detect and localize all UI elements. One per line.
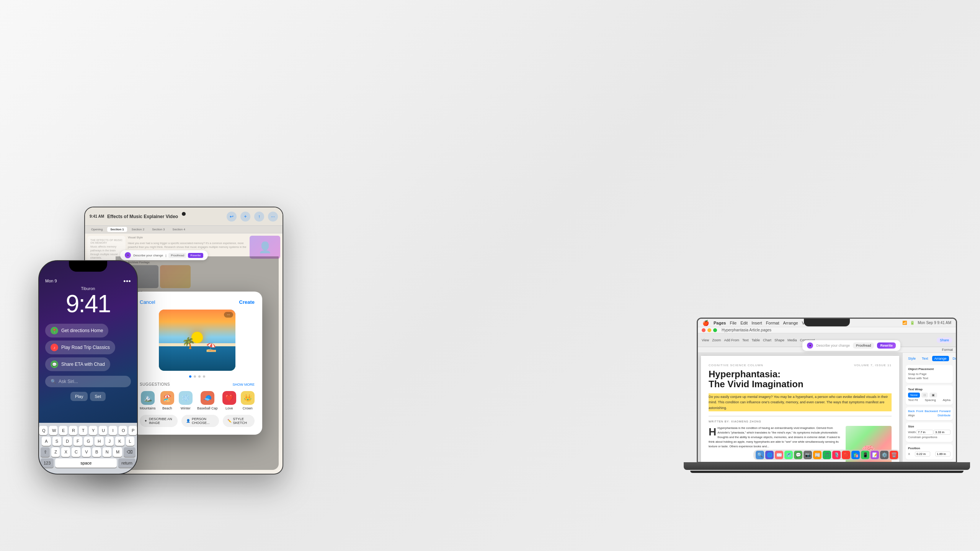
dots-icon[interactable]: ··· bbox=[268, 212, 278, 222]
tab-section1[interactable]: Section 1 bbox=[107, 227, 127, 232]
y-input[interactable] bbox=[935, 452, 951, 456]
toolbar-shape[interactable]: Shape bbox=[774, 338, 784, 342]
tab-section3[interactable]: Section 3 bbox=[149, 227, 168, 232]
key-123[interactable]: 123 bbox=[41, 458, 54, 468]
iphone-keyboard[interactable]: Q W E R T Y U I O P A S D F G H J K L bbox=[39, 423, 137, 474]
dock-safari[interactable]: 🌐 bbox=[765, 451, 774, 459]
key-i[interactable]: I bbox=[109, 426, 117, 435]
suggestion-mountains[interactable]: 🏔️ Mountains bbox=[140, 391, 156, 410]
toolbar-chart[interactable]: Chart bbox=[763, 338, 771, 342]
person-choose-btn[interactable]: 👤 PERSON CHOOSE... bbox=[181, 415, 219, 427]
apple-menu[interactable]: 🍎 bbox=[702, 320, 709, 326]
ai-cancel-button[interactable]: Cancel bbox=[140, 299, 155, 305]
dock-appstore[interactable]: 🛍️ bbox=[851, 451, 860, 459]
menu-format[interactable]: Format bbox=[766, 321, 779, 325]
tab-text[interactable]: Text bbox=[920, 356, 931, 361]
dock-news2[interactable]: 🔴 bbox=[842, 451, 850, 459]
key-d[interactable]: D bbox=[63, 437, 72, 446]
rewrite-button[interactable]: Rewrite bbox=[877, 342, 896, 349]
key-shift[interactable]: ⇧ bbox=[41, 447, 50, 457]
dock-settings[interactable]: ⚙️ bbox=[880, 451, 889, 459]
wrap-around-btn[interactable]: □ bbox=[921, 393, 928, 398]
tab-section4[interactable]: Section 4 bbox=[170, 227, 188, 232]
proofread-button[interactable]: Proofread bbox=[853, 342, 874, 349]
tab-section2[interactable]: Section 2 bbox=[129, 227, 147, 232]
iphone-search-bar[interactable]: 🔍 Ask Siri... bbox=[45, 376, 131, 387]
share-icon[interactable]: ↑ bbox=[254, 212, 264, 222]
key-delete[interactable]: ⌫ bbox=[124, 447, 136, 457]
toolbar-zoom[interactable]: Zoom bbox=[712, 338, 721, 342]
key-t[interactable]: T bbox=[79, 426, 87, 435]
toolbar-share[interactable]: Share bbox=[937, 337, 952, 343]
dock-maps[interactable]: 🗺️ bbox=[784, 451, 793, 459]
ai-more-btn[interactable]: ··· bbox=[224, 312, 233, 318]
tab-opening[interactable]: Opening bbox=[88, 227, 106, 232]
key-m[interactable]: M bbox=[113, 447, 122, 457]
key-n[interactable]: N bbox=[103, 447, 111, 457]
dock-music[interactable]: 🎵 bbox=[823, 451, 831, 459]
rewrite-btn-ipad[interactable]: Rewrite bbox=[188, 253, 203, 258]
key-l[interactable]: L bbox=[126, 437, 134, 446]
key-v[interactable]: V bbox=[82, 447, 91, 457]
close-button[interactable] bbox=[702, 328, 706, 332]
suggestion-music[interactable]: ♪ Play Road Trip Classics bbox=[45, 341, 115, 354]
menu-file[interactable]: File bbox=[730, 321, 737, 325]
suggestion-crown[interactable]: 👑 Crown bbox=[241, 391, 255, 410]
key-w[interactable]: W bbox=[49, 426, 57, 435]
key-h[interactable]: H bbox=[95, 437, 104, 446]
describe-image-btn[interactable]: ✦ DESCRIBE AN IMAGE bbox=[140, 415, 178, 427]
add-icon[interactable]: + bbox=[240, 212, 250, 222]
key-a[interactable]: A bbox=[42, 437, 51, 446]
menu-arrange[interactable]: Arrange bbox=[783, 321, 798, 325]
front-btn[interactable]: Front bbox=[916, 409, 923, 413]
undo-icon[interactable]: ↩ bbox=[227, 212, 237, 222]
width-input[interactable] bbox=[916, 430, 933, 435]
style-sketch-btn[interactable]: ✏️ STYLE SKETCH bbox=[223, 415, 255, 427]
x-input[interactable] bbox=[915, 452, 930, 456]
key-g[interactable]: G bbox=[84, 437, 93, 446]
key-e[interactable]: E bbox=[59, 426, 67, 435]
toolbar-add[interactable]: Add From bbox=[724, 338, 739, 342]
distribute-label[interactable]: Distribute bbox=[938, 414, 951, 417]
key-q[interactable]: Q bbox=[39, 426, 47, 435]
key-return[interactable]: return bbox=[118, 458, 136, 468]
suggestion-directions[interactable]: 📍 Get directions Home bbox=[45, 324, 108, 337]
tab-document[interactable]: Document bbox=[951, 356, 956, 361]
suggestion-beach[interactable]: 🏖️ Beach bbox=[160, 391, 174, 410]
tab-style[interactable]: Style bbox=[906, 356, 918, 361]
toolbar-table[interactable]: Table bbox=[751, 338, 760, 342]
key-o[interactable]: O bbox=[119, 426, 127, 435]
toolbar-media[interactable]: Media bbox=[787, 338, 797, 342]
dock-photos[interactable]: 📷 bbox=[804, 451, 812, 459]
key-r[interactable]: R bbox=[69, 426, 77, 435]
dock-facetime[interactable]: 📱 bbox=[861, 451, 869, 459]
suggestion-winter[interactable]: ❄️ Winter bbox=[179, 391, 193, 410]
suggestion-baseball[interactable]: 🧢 Baseball Cap bbox=[197, 391, 218, 410]
suggestion-share[interactable]: 💬 Share ETA with Chad bbox=[45, 357, 110, 371]
dock-messages[interactable]: 💬 bbox=[794, 451, 802, 459]
height-input[interactable] bbox=[934, 430, 951, 435]
key-k[interactable]: K bbox=[115, 437, 124, 446]
key-f[interactable]: F bbox=[74, 437, 82, 446]
wrap-none-btn[interactable]: None bbox=[908, 393, 920, 398]
key-x[interactable]: X bbox=[61, 447, 70, 457]
proofread-btn[interactable]: Proofread bbox=[168, 253, 186, 258]
dock-notes[interactable]: 📝 bbox=[871, 451, 879, 459]
back-btn[interactable]: Back bbox=[908, 409, 915, 413]
show-more-btn[interactable]: SHOW MORE bbox=[233, 383, 255, 386]
key-space[interactable]: space bbox=[55, 458, 117, 468]
wrap-tight-btn[interactable]: ▣ bbox=[929, 393, 937, 398]
key-z[interactable]: Z bbox=[51, 447, 60, 457]
key-c[interactable]: C bbox=[72, 447, 80, 457]
dock-news[interactable]: 📰 bbox=[813, 451, 822, 459]
dock-mail[interactable]: ✉️ bbox=[775, 451, 783, 459]
ai-create-button[interactable]: Create bbox=[239, 299, 255, 305]
dock-trash[interactable]: 🗑️ bbox=[890, 451, 898, 459]
key-b[interactable]: B bbox=[92, 447, 101, 457]
format-label[interactable]: Format bbox=[942, 348, 953, 352]
menu-pages[interactable]: Pages bbox=[714, 321, 726, 325]
set-button[interactable]: Set bbox=[90, 392, 106, 401]
minimize-button[interactable] bbox=[707, 328, 711, 332]
menu-edit[interactable]: Edit bbox=[740, 321, 748, 325]
dock-podcast[interactable]: 🎙️ bbox=[832, 451, 841, 459]
